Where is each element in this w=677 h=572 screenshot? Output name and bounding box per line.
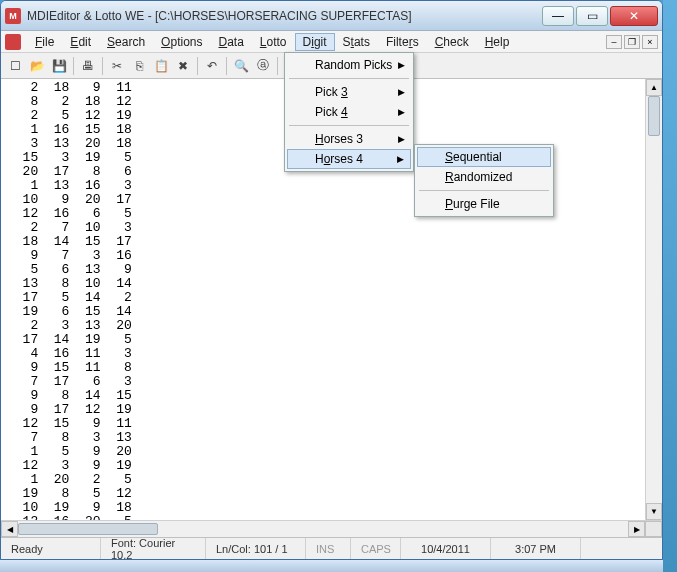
window-title: MDIEditor & Lotto WE - [C:\HORSES\HORSER… (27, 9, 542, 23)
cut-icon[interactable]: ✂ (107, 56, 127, 76)
menu-separator (289, 125, 409, 126)
submenu-arrow-icon: ▶ (398, 134, 405, 144)
taskbar[interactable] (0, 560, 663, 572)
menubar: File Edit Search Options Data Lotto Digi… (1, 31, 662, 53)
status-ready: Ready (1, 538, 101, 559)
desktop-right-edge (663, 0, 677, 572)
status-caps: CAPS (351, 538, 401, 559)
status-font: Font: Courier 10.2 (101, 538, 206, 559)
toolbar-separator (226, 57, 227, 75)
mdi-minimize-button[interactable]: – (606, 35, 622, 49)
toolbar-separator (73, 57, 74, 75)
menu-item-purge-file[interactable]: Purge File (417, 194, 551, 214)
submenu-arrow-icon: ▶ (397, 154, 404, 164)
digit-dropdown: Random Picks▶ Pick 3▶ Pick 4▶ Horses 3▶ … (284, 52, 414, 172)
menu-item-pick3[interactable]: Pick 3▶ (287, 82, 411, 102)
scroll-corner (645, 521, 662, 537)
menu-search[interactable]: Search (99, 33, 153, 51)
vertical-scroll-thumb[interactable] (648, 96, 660, 136)
mdi-app-icon[interactable] (5, 34, 21, 50)
menu-separator (419, 190, 549, 191)
maximize-button[interactable]: ▭ (576, 6, 608, 26)
print-icon[interactable]: 🖶 (78, 56, 98, 76)
submenu-arrow-icon: ▶ (398, 60, 405, 70)
submenu-arrow-icon: ▶ (398, 87, 405, 97)
delete-icon[interactable]: ✖ (173, 56, 193, 76)
status-date: 10/4/2011 (401, 538, 491, 559)
submenu-arrow-icon: ▶ (398, 107, 405, 117)
status-ins: INS (306, 538, 351, 559)
horizontal-scroll-thumb[interactable] (18, 523, 158, 535)
toolbar-separator (277, 57, 278, 75)
mdi-close-button[interactable]: × (642, 35, 658, 49)
horizontal-scroll-track[interactable] (18, 521, 628, 537)
menu-item-randomized[interactable]: Randomized (417, 167, 551, 187)
menu-filters[interactable]: Filters (378, 33, 427, 51)
find-icon[interactable]: 🔍 (231, 56, 251, 76)
toolbar-separator (197, 57, 198, 75)
scroll-right-arrow-icon[interactable]: ▶ (628, 521, 645, 537)
toolbar-separator (102, 57, 103, 75)
menu-item-horses3[interactable]: Horses 3▶ (287, 129, 411, 149)
menu-data[interactable]: Data (210, 33, 251, 51)
paste-icon[interactable]: 📋 (151, 56, 171, 76)
menu-separator (289, 78, 409, 79)
menu-help[interactable]: Help (477, 33, 518, 51)
status-lncol: Ln/Col: 101 / 1 (206, 538, 306, 559)
menu-edit[interactable]: Edit (62, 33, 99, 51)
menu-digit[interactable]: Digit (295, 33, 335, 51)
copy-icon[interactable]: ⎘ (129, 56, 149, 76)
scroll-up-arrow-icon[interactable]: ▲ (646, 79, 662, 96)
horizontal-scrollbar[interactable]: ◀ ▶ (1, 520, 662, 537)
scroll-down-arrow-icon[interactable]: ▼ (646, 503, 662, 520)
statusbar: Ready Font: Courier 10.2 Ln/Col: 101 / 1… (1, 537, 662, 559)
menu-lotto[interactable]: Lotto (252, 33, 295, 51)
replace-icon[interactable]: ⓐ (253, 56, 273, 76)
menu-item-sequential[interactable]: Sequential (417, 147, 551, 167)
menu-options[interactable]: Options (153, 33, 210, 51)
close-button[interactable]: ✕ (610, 6, 658, 26)
undo-icon[interactable]: ↶ (202, 56, 222, 76)
status-time: 3:07 PM (491, 538, 581, 559)
new-icon[interactable]: ☐ (5, 56, 25, 76)
menu-stats[interactable]: Stats (335, 33, 378, 51)
app-icon: M (5, 8, 21, 24)
save-icon[interactable]: 💾 (49, 56, 69, 76)
vertical-scrollbar[interactable]: ▲ ▼ (645, 79, 662, 520)
menu-item-pick4[interactable]: Pick 4▶ (287, 102, 411, 122)
minimize-button[interactable]: — (542, 6, 574, 26)
menu-item-random-picks[interactable]: Random Picks▶ (287, 55, 411, 75)
menu-file[interactable]: File (27, 33, 62, 51)
menu-item-horses4[interactable]: Horses 4▶ (287, 149, 411, 169)
mdi-restore-button[interactable]: ❐ (624, 35, 640, 49)
scroll-left-arrow-icon[interactable]: ◀ (1, 521, 18, 537)
horses4-submenu: Sequential Randomized Purge File (414, 144, 554, 217)
open-icon[interactable]: 📂 (27, 56, 47, 76)
menu-check[interactable]: Check (427, 33, 477, 51)
titlebar[interactable]: M MDIEditor & Lotto WE - [C:\HORSES\HORS… (1, 1, 662, 31)
